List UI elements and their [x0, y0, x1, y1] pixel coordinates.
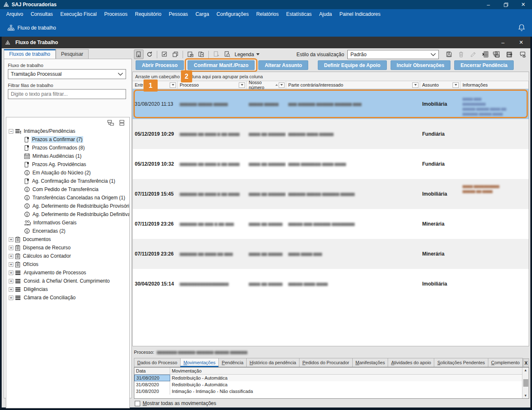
copy-icon[interactable]: [171, 50, 180, 59]
column-header-nosso-numero[interactable]: Nosso número: [247, 81, 286, 89]
menu-item[interactable]: Arquivo: [2, 10, 27, 19]
tree-item[interactable]: − Intimações/Pendências: [6, 127, 129, 135]
table-row[interactable]: 07/11/2019 15:45 ▆▆▆▆▆▆ ▆▆ ▆▆▆▆ ▆ ▆▆ ▆▆▆…: [133, 179, 529, 209]
menu-item[interactable]: Estatísticas: [282, 10, 315, 19]
tree-expander-icon[interactable]: +: [9, 246, 13, 250]
action-button[interactable]: Abrir Processo: [136, 60, 184, 70]
transfer-record-icon[interactable]: [196, 50, 206, 59]
detail-tab[interactable]: Solicitações Pendentes: [434, 358, 487, 367]
window-minimize-button[interactable]: –: [494, 37, 512, 48]
scroll-down-arrow[interactable]: ▼: [524, 394, 527, 398]
table-row[interactable]: 05/12/2019 10:32 ▆▆▆▆▆▆ ▆▆ ▆▆▆▆ ▆ ▆▆ ▆▆▆…: [133, 149, 529, 179]
tree-expander-icon[interactable]: −: [9, 129, 13, 134]
menu-item[interactable]: Requisitório: [131, 10, 165, 19]
detail-tab[interactable]: Pendência: [218, 358, 246, 367]
mov-row[interactable]: 31/08/2020 Redistribuição - Automática: [134, 381, 522, 388]
column-header-informacoes[interactable]: Informações: [460, 81, 529, 89]
filter-dropdown-icon[interactable]: [170, 82, 176, 88]
workflow-tree-view-icon[interactable]: [491, 50, 501, 59]
style-select[interactable]: Padrão: [347, 50, 439, 59]
tree-item[interactable]: + Dispensa de Recurso: [6, 244, 129, 252]
action-button[interactable]: Incluir Observações: [391, 60, 451, 70]
tree-item[interactable]: + Ofícios: [6, 260, 129, 268]
legenda-dropdown[interactable]: Legenda: [235, 52, 260, 57]
tree-item[interactable]: Prazos a Confirmar (7): [6, 135, 129, 144]
expand-all-icon[interactable]: [107, 119, 114, 126]
restore-button[interactable]: [497, 0, 515, 9]
action-button[interactable]: Confirmar Manif./Prazo: [188, 60, 255, 70]
stacked-panels-icon[interactable]: [505, 50, 514, 59]
detail-tab[interactable]: Pedidos do Procurador: [299, 358, 352, 367]
menu-item[interactable]: Relatórios: [252, 10, 282, 19]
table-row[interactable]: 31/08/2020 11:13 ▆▆▆▆▆▆ ▆▆▆▆▆ ▆▆▆▆▆ ▆▆▆▆…: [133, 89, 529, 119]
menu-item[interactable]: Processos: [100, 10, 131, 19]
tree-item[interactable]: Informativos Gerais: [6, 219, 129, 227]
filter-dropdown-icon[interactable]: [239, 82, 245, 88]
tree-expander-icon[interactable]: +: [9, 237, 13, 242]
tree-item[interactable]: Prazos Confirmados (8): [6, 144, 129, 152]
select-all-icon[interactable]: [160, 50, 169, 59]
tree-expander-icon[interactable]: +: [9, 287, 13, 292]
detail-tab[interactable]: Histórico da pendência: [246, 358, 299, 367]
select-record-icon[interactable]: [134, 50, 144, 59]
tree-item[interactable]: + Câmara de Conciliação: [6, 293, 129, 302]
tree-item[interactable]: Em Atuação do Núcleo (2): [6, 169, 129, 177]
tree-item[interactable]: Com Pedido de Transferência: [6, 185, 129, 194]
workflow-shortcut-button[interactable]: Fluxo de trabalho: [4, 23, 59, 33]
save-record-icon[interactable]: [186, 50, 195, 59]
comment-preview-icon[interactable]: [518, 50, 527, 59]
tree-item[interactable]: Encerradas (2): [6, 227, 129, 235]
notifications-bell-icon[interactable]: [518, 23, 525, 32]
action-button[interactable]: Encerrar Pendência: [454, 60, 514, 70]
tree-expander-icon[interactable]: +: [9, 296, 13, 300]
preview-search-icon[interactable]: [222, 50, 232, 59]
tree-item[interactable]: Prazos Ag. Providências: [6, 160, 129, 169]
close-button[interactable]: ×: [515, 0, 532, 9]
tree-item[interactable]: + Documentos: [6, 235, 129, 244]
filter-dropdown-icon[interactable]: [453, 82, 459, 88]
tree-item[interactable]: Ag. Confirmação de Transferência (1): [6, 177, 129, 185]
menu-item[interactable]: Execução Fiscal: [57, 10, 100, 19]
action-button[interactable]: Alterar Assunto: [258, 60, 308, 70]
table-row[interactable]: 05/12/2019 10:29 ▆▆▆▆▆▆ ▆▆ ▆▆▆▆ ▆ ▆▆ ▆▆▆…: [133, 119, 529, 149]
filter-dropdown-icon[interactable]: [412, 82, 418, 88]
menu-item[interactable]: Carga: [192, 10, 213, 19]
vertical-scrollbar[interactable]: ▲ ▼: [522, 368, 529, 398]
tree-item[interactable]: Ag. Deferimento de Redistribuição Provis…: [6, 202, 129, 210]
collapse-all-icon[interactable]: [119, 119, 126, 126]
save-view-icon[interactable]: [444, 50, 454, 59]
tree-item[interactable]: + Consid. à Chefia/ Orient. Cumprimento: [6, 277, 129, 285]
menu-item[interactable]: Pessoas: [165, 10, 192, 19]
tree-item[interactable]: + Diligências: [6, 285, 129, 293]
action-button[interactable]: Definir Equipe de Apoio: [318, 60, 387, 70]
tree-expander-icon[interactable]: +: [9, 262, 13, 267]
detail-tab[interactable]: Movimentações: [180, 358, 218, 367]
print-pending-icon[interactable]: [211, 50, 221, 59]
column-header-assunto[interactable]: Assunto: [420, 81, 460, 89]
export-excel-icon[interactable]: [480, 50, 490, 59]
scroll-up-arrow[interactable]: ▲: [524, 368, 527, 372]
detail-close-button[interactable]: X: [523, 358, 529, 367]
tree-expander-icon[interactable]: +: [9, 271, 13, 275]
refresh-icon[interactable]: [145, 50, 154, 59]
flow-select[interactable]: Tramitação Processual: [8, 69, 126, 79]
filter-input[interactable]: Digite o texto para filtrar...: [8, 89, 126, 99]
mov-column-data[interactable]: Data: [134, 368, 170, 374]
window-close-button[interactable]: ×: [512, 37, 530, 48]
tree-expander-icon[interactable]: +: [9, 254, 13, 258]
menu-item[interactable]: Painel Indicadores: [336, 10, 384, 19]
delete-view-icon[interactable]: [456, 50, 466, 59]
detail-tab[interactable]: Dados do Processo: [134, 358, 180, 367]
edit-view-icon[interactable]: [468, 50, 478, 59]
table-row[interactable]: 30/04/2020 15:14 ▆▆▆▆▆▆▆▆▆▆▆▆▆▆▆▆▆ ▆▆▆▆ …: [133, 269, 529, 299]
tree-item[interactable]: Ag. Deferimento de Redistribuição Defini…: [6, 210, 129, 219]
mov-row[interactable]: 31/08/2020 Intimação - Intimação - Não c…: [134, 388, 522, 395]
left-tab[interactable]: Fluxos de trabalho: [4, 49, 56, 59]
mov-row[interactable]: 31/08/2020 Redistribuição - Automática: [134, 375, 522, 381]
detail-tab[interactable]: Complemento: [488, 358, 523, 367]
filter-dropdown-icon[interactable]: [279, 82, 285, 88]
tree-item[interactable]: Minhas Audiências (1): [6, 152, 129, 160]
minimize-button[interactable]: –: [480, 0, 497, 9]
mov-column-movimentacao[interactable]: Movimentação: [170, 368, 529, 374]
tree-expander-icon[interactable]: +: [9, 279, 13, 283]
